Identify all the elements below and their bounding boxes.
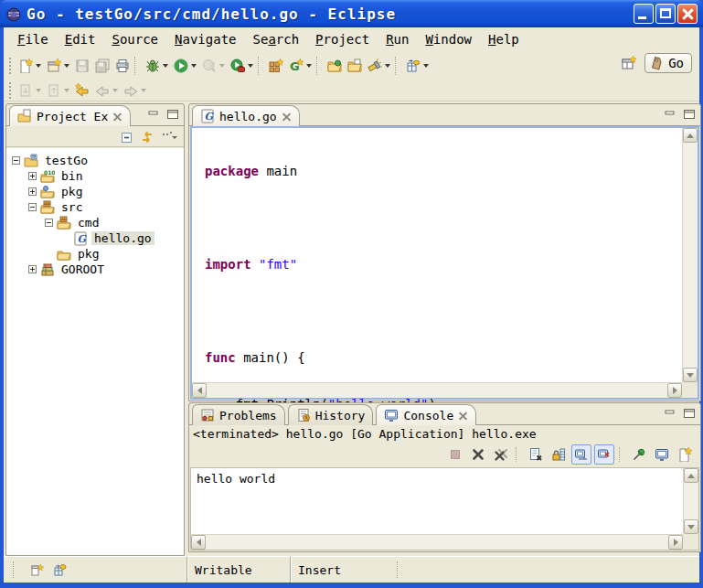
print-button[interactable] bbox=[112, 56, 133, 76]
dropdown-arrow-icon[interactable] bbox=[248, 64, 253, 68]
editor-vertical-scrollbar[interactable] bbox=[682, 128, 698, 382]
menu-navigate[interactable]: Navigate bbox=[166, 30, 244, 48]
remove-launch-button[interactable] bbox=[468, 444, 488, 465]
menu-edit[interactable]: Edit bbox=[57, 30, 104, 48]
collapse-icon[interactable] bbox=[28, 203, 37, 211]
minimize-console-button[interactable] bbox=[662, 407, 677, 420]
save-all-button[interactable] bbox=[92, 56, 112, 76]
open-perspective-button[interactable] bbox=[619, 53, 639, 73]
maximize-window-button[interactable] bbox=[655, 4, 676, 24]
display-selected-console-button[interactable] bbox=[652, 444, 672, 465]
tree-row[interactable]: pkg bbox=[6, 184, 184, 199]
expand-icon[interactable] bbox=[28, 172, 37, 180]
minimize-window-button[interactable] bbox=[634, 4, 654, 24]
menu-project[interactable]: Project bbox=[307, 30, 378, 48]
close-icon[interactable] bbox=[282, 112, 292, 122]
scroll-left-button[interactable] bbox=[191, 535, 206, 550]
pin-console-button[interactable] bbox=[629, 444, 649, 465]
dropdown-arrow-icon[interactable] bbox=[385, 64, 390, 68]
last-edit-location-button[interactable] bbox=[72, 80, 92, 101]
minimize-editor-button[interactable] bbox=[662, 108, 677, 121]
maximize-view-button[interactable] bbox=[165, 108, 180, 121]
profile-button[interactable] bbox=[199, 56, 228, 76]
debug-button[interactable] bbox=[143, 56, 171, 76]
view-menu-button[interactable] bbox=[160, 127, 178, 145]
scroll-down-button[interactable] bbox=[683, 368, 698, 382]
scroll-left-button[interactable] bbox=[192, 383, 207, 398]
console-tab[interactable]: Console bbox=[376, 404, 476, 425]
menu-file[interactable]: File bbox=[9, 30, 57, 48]
run-button[interactable] bbox=[171, 56, 199, 76]
dropdown-arrow-icon[interactable] bbox=[423, 64, 429, 68]
search-button[interactable] bbox=[365, 56, 393, 76]
expand-icon[interactable] bbox=[28, 265, 37, 273]
external-tools-button[interactable] bbox=[228, 56, 256, 76]
scroll-right-button[interactable] bbox=[667, 383, 682, 398]
dropdown-arrow-icon[interactable] bbox=[36, 64, 41, 68]
menu-search[interactable]: Search bbox=[245, 30, 308, 48]
scroll-right-button[interactable] bbox=[668, 535, 683, 550]
expand-icon[interactable] bbox=[28, 187, 37, 196]
remove-all-terminated-button[interactable] bbox=[491, 444, 511, 465]
dropdown-arrow-icon[interactable] bbox=[306, 64, 312, 68]
open-console-button[interactable] bbox=[675, 444, 695, 465]
tree-item-label[interactable]: pkg bbox=[59, 185, 85, 198]
minimize-view-button[interactable] bbox=[145, 108, 161, 121]
tree-item-label[interactable]: cmd bbox=[75, 216, 101, 230]
maximize-console-button[interactable] bbox=[681, 407, 697, 420]
tree-row[interactable]: testGo bbox=[6, 153, 184, 168]
scroll-down-button[interactable] bbox=[684, 519, 698, 534]
menu-run[interactable]: Run bbox=[378, 30, 417, 48]
project-explorer-tab[interactable]: Project Ex bbox=[9, 105, 131, 126]
dropdown-arrow-icon[interactable] bbox=[64, 64, 69, 68]
scroll-lock-button[interactable] bbox=[549, 444, 569, 465]
dropdown-arrow-icon[interactable] bbox=[191, 64, 197, 68]
go-perspective-button[interactable]: Go bbox=[644, 53, 692, 73]
toolbar-grip[interactable] bbox=[7, 82, 14, 99]
terminate-button[interactable] bbox=[445, 444, 465, 465]
tree-row[interactable]: 010 bin bbox=[6, 168, 184, 184]
tree-row[interactable]: G hello.go bbox=[6, 230, 184, 246]
scroll-up-button[interactable] bbox=[684, 468, 698, 483]
tree-row[interactable]: GOROOT bbox=[6, 262, 184, 277]
maximize-editor-button[interactable] bbox=[681, 108, 697, 121]
tree-row[interactable]: cmd bbox=[6, 215, 184, 230]
close-icon[interactable] bbox=[112, 112, 122, 122]
close-window-button[interactable] bbox=[677, 4, 698, 24]
collapse-icon[interactable] bbox=[12, 156, 20, 165]
tree-row[interactable]: src bbox=[6, 199, 184, 215]
back-button[interactable] bbox=[92, 80, 121, 101]
console-output-area[interactable]: hello world bbox=[190, 467, 699, 551]
tree-item-label[interactable]: pkg bbox=[75, 247, 101, 261]
open-type-button[interactable] bbox=[325, 56, 345, 76]
mark-occurrences-button[interactable] bbox=[403, 56, 431, 76]
fast-view-button[interactable] bbox=[29, 562, 44, 578]
new-wizard-button[interactable] bbox=[16, 56, 44, 76]
new-go-project-button[interactable] bbox=[266, 56, 286, 76]
tree-item-label[interactable]: testGo bbox=[42, 154, 91, 167]
show-stderr-button[interactable] bbox=[594, 444, 614, 465]
trim-grip[interactable] bbox=[13, 561, 20, 578]
close-icon[interactable] bbox=[458, 411, 468, 421]
previous-annotation-button[interactable] bbox=[44, 80, 72, 101]
new-project-wizard-button[interactable] bbox=[44, 56, 72, 76]
collapse-all-button[interactable] bbox=[120, 128, 134, 145]
save-button[interactable] bbox=[72, 56, 92, 76]
title-bar[interactable]: Go - testGo/src/cmd/hello.go - Eclipse bbox=[0, 0, 703, 27]
console-output-text[interactable]: hello world bbox=[191, 468, 683, 534]
menu-help[interactable]: Help bbox=[480, 30, 527, 48]
tree-item-label-selected[interactable]: hello.go bbox=[91, 231, 154, 245]
menu-source[interactable]: Source bbox=[103, 30, 166, 48]
tree-item-label[interactable]: bin bbox=[59, 169, 85, 183]
show-stdout-button[interactable] bbox=[571, 444, 591, 465]
dropdown-arrow-icon[interactable] bbox=[163, 64, 168, 68]
scroll-up-button[interactable] bbox=[683, 128, 698, 143]
history-tab[interactable]: History bbox=[288, 404, 374, 425]
editor-tab-hello-go[interactable]: G hello.go bbox=[192, 105, 300, 126]
toolbar-grip[interactable] bbox=[7, 58, 14, 74]
menu-window[interactable]: Window bbox=[417, 30, 480, 48]
link-with-editor-button[interactable] bbox=[140, 128, 154, 145]
forward-button[interactable] bbox=[121, 80, 149, 101]
new-go-element-button[interactable]: G bbox=[286, 56, 314, 76]
mark-occurrences-trim-icon[interactable] bbox=[53, 562, 68, 578]
